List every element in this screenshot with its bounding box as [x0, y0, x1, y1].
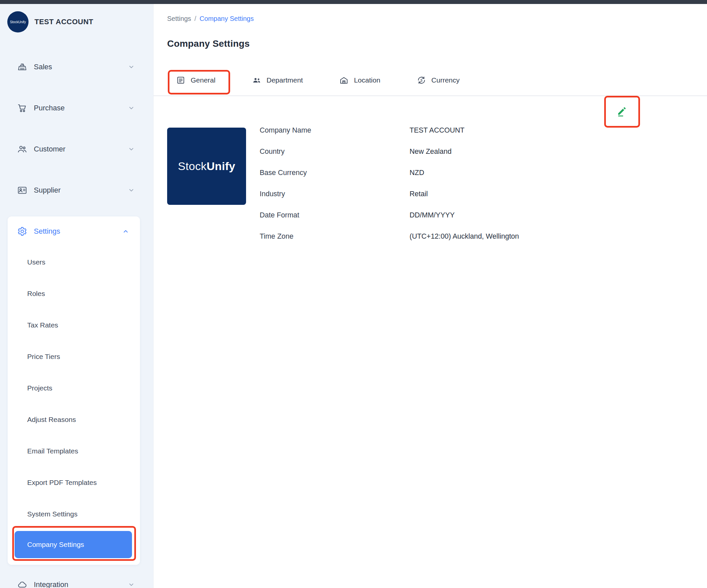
- sidebar-item-label: Sales: [34, 63, 52, 71]
- company-logo: StockUnify: [167, 128, 246, 205]
- sidebar-item-adjust-reasons[interactable]: Adjust Reasons: [8, 404, 140, 435]
- breadcrumb-settings-link[interactable]: Settings: [167, 15, 191, 22]
- submenu-label: Users: [27, 258, 45, 266]
- purchase-cart-icon: [17, 103, 27, 113]
- field-row-time-zone: Time Zone (UTC+12:00) Auckland, Wellingt…: [260, 226, 519, 247]
- submenu-label: Email Templates: [27, 447, 78, 455]
- chevron-up-icon: [122, 228, 129, 235]
- field-value: New Zealand: [409, 147, 452, 156]
- tab-currency[interactable]: $ Currency: [417, 76, 460, 85]
- field-value: Retail: [409, 190, 428, 198]
- integration-cloud-icon: [17, 580, 27, 588]
- sidebar-item-price-tiers[interactable]: Price Tiers: [8, 341, 140, 372]
- tab-label: General: [191, 76, 215, 84]
- sidebar-item-label: Purchase: [34, 104, 65, 112]
- field-row-industry: Industry Retail: [260, 183, 519, 205]
- sidebar-item-purchase[interactable]: Purchase: [0, 88, 153, 129]
- sidebar-item-sales[interactable]: Sales: [0, 46, 153, 88]
- settings-submenu: Users Roles Tax Rates Price Tiers Projec…: [8, 246, 140, 558]
- sidebar-item-projects[interactable]: Projects: [8, 372, 140, 404]
- tab-divider: [154, 96, 707, 96]
- submenu-label: Projects: [27, 384, 53, 392]
- edit-button[interactable]: [613, 102, 631, 121]
- tab-label: Location: [354, 76, 380, 84]
- breadcrumb-company-settings-link[interactable]: Company Settings: [200, 15, 254, 22]
- field-label: Company Name: [260, 126, 409, 135]
- sidebar-item-users[interactable]: Users: [8, 246, 140, 278]
- settings-group: Settings Users Roles Tax Rates Price Tie…: [8, 216, 140, 565]
- tab-bar: General Department Location $ Currency: [176, 74, 707, 87]
- submenu-label: System Settings: [27, 510, 77, 518]
- chevron-down-icon: [128, 105, 135, 111]
- sales-icon: [17, 62, 27, 72]
- field-row-country: Country New Zealand: [260, 141, 519, 162]
- brand-header: StockUnify TEST ACCOUNT: [0, 4, 153, 40]
- field-label: Date Format: [260, 211, 409, 219]
- chevron-down-icon: [128, 64, 135, 70]
- sidebar-item-company-settings[interactable]: Company Settings: [14, 531, 132, 558]
- chevron-down-icon: [128, 187, 135, 194]
- sidebar-item-roles[interactable]: Roles: [8, 278, 140, 309]
- department-people-icon: [252, 76, 261, 85]
- field-value: (UTC+12:00) Auckland, Wellington: [409, 232, 519, 241]
- sidebar-item-supplier[interactable]: Supplier: [0, 170, 153, 211]
- supplier-card-icon: [17, 185, 27, 195]
- svg-text:$: $: [420, 78, 423, 82]
- main-content: Settings/Company Settings Company Settin…: [154, 4, 707, 588]
- sidebar-item-customer[interactable]: Customer: [0, 129, 153, 170]
- chevron-down-icon: [128, 146, 135, 152]
- breadcrumb-separator: /: [194, 15, 196, 22]
- field-row-company-name: Company Name TEST ACCOUNT: [260, 120, 519, 141]
- company-logo-text-unify: Unify: [207, 160, 235, 173]
- company-logo-text-stock: Stock: [178, 160, 207, 173]
- sidebar-item-export-pdf-templates[interactable]: Export PDF Templates: [8, 467, 140, 498]
- field-label: Industry: [260, 190, 409, 198]
- submenu-label: Company Settings: [27, 541, 84, 549]
- field-row-date-format: Date Format DD/MM/YYYY: [260, 205, 519, 226]
- field-label: Base Currency: [260, 169, 409, 177]
- sidebar: StockUnify TEST ACCOUNT Sales Purchase: [0, 4, 154, 588]
- currency-exchange-icon: $: [417, 76, 426, 85]
- sidebar-item-label: Supplier: [34, 186, 61, 195]
- tab-general[interactable]: General: [176, 76, 215, 85]
- tab-label: Currency: [431, 76, 460, 84]
- field-label: Time Zone: [260, 232, 409, 241]
- sidebar-item-system-settings[interactable]: System Settings: [8, 498, 140, 530]
- location-building-icon: [339, 76, 348, 85]
- sidebar-item-email-templates[interactable]: Email Templates: [8, 435, 140, 467]
- sidebar-item-integration[interactable]: Integration: [0, 575, 153, 588]
- general-document-icon: [176, 76, 186, 85]
- field-row-base-currency: Base Currency NZD: [260, 162, 519, 183]
- account-name: TEST ACCOUNT: [34, 18, 94, 26]
- submenu-label: Roles: [27, 290, 45, 298]
- app-logo[interactable]: StockUnify: [7, 11, 29, 33]
- app-logo-text: StockUnify: [10, 20, 26, 24]
- tab-label: Department: [267, 76, 303, 84]
- field-label: Country: [260, 147, 409, 156]
- submenu-label: Tax Rates: [27, 321, 58, 329]
- chevron-down-icon: [128, 581, 135, 588]
- edit-pencil-icon: [617, 106, 628, 117]
- submenu-label: Adjust Reasons: [27, 416, 76, 424]
- breadcrumb: Settings/Company Settings: [167, 14, 707, 23]
- sidebar-item-label: Settings: [34, 227, 60, 236]
- page-title: Company Settings: [167, 38, 707, 49]
- submenu-label: Export PDF Templates: [27, 479, 97, 487]
- tab-department[interactable]: Department: [252, 76, 303, 85]
- company-fields: Company Name TEST ACCOUNT Country New Ze…: [260, 120, 519, 247]
- sidebar-item-label: Customer: [34, 145, 65, 153]
- customer-people-icon: [17, 144, 27, 154]
- submenu-label: Price Tiers: [27, 353, 60, 360]
- field-value: NZD: [409, 169, 424, 177]
- tab-location[interactable]: Location: [339, 76, 380, 85]
- field-value: DD/MM/YYYY: [409, 211, 454, 219]
- field-value: TEST ACCOUNT: [409, 126, 465, 135]
- sidebar-item-settings[interactable]: Settings: [8, 216, 140, 246]
- sidebar-item-tax-rates[interactable]: Tax Rates: [8, 309, 140, 341]
- top-bar: [0, 0, 707, 4]
- sidebar-item-label: Integration: [34, 580, 68, 588]
- sidebar-menu: Sales Purchase Customer: [0, 40, 153, 588]
- gear-icon: [17, 227, 27, 236]
